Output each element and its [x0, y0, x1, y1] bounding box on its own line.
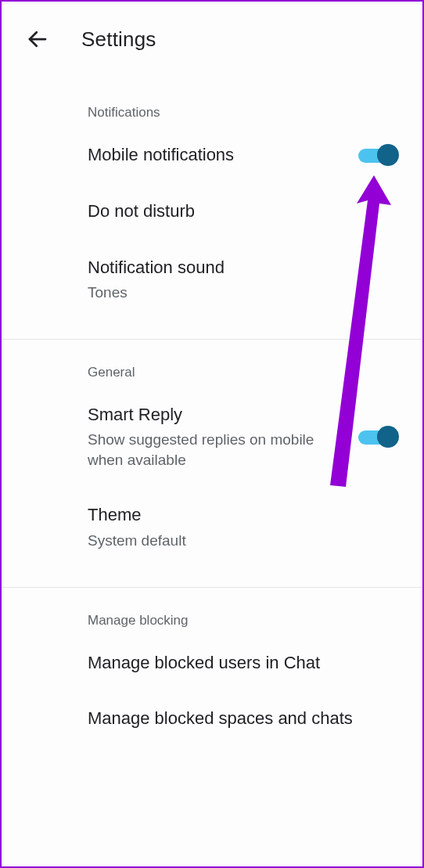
row-do-not-disturb[interactable]: Do not disturb: [2, 183, 422, 240]
row-sub-smart-reply: Show suggested replies on mobile when av…: [88, 430, 322, 470]
row-mobile-notifications[interactable]: Mobile notifications: [2, 127, 422, 183]
back-button[interactable]: [22, 23, 53, 55]
toggle-mobile-notifications[interactable]: [358, 144, 396, 166]
section-notifications: Notifications Mobile notifications Do no…: [2, 67, 422, 340]
row-title-blocked-spaces: Manage blocked spaces and chats: [88, 708, 353, 729]
row-notification-sound[interactable]: Notification sound Tones: [2, 240, 422, 320]
section-general: General Smart Reply Show suggested repli…: [2, 340, 422, 588]
row-title-notification-sound: Notification sound: [88, 257, 225, 279]
section-header-notifications: Notifications: [2, 67, 422, 127]
row-title-do-not-disturb: Do not disturb: [88, 200, 195, 222]
row-title-smart-reply: Smart Reply: [88, 404, 322, 426]
row-theme[interactable]: Theme System default: [2, 487, 422, 567]
arrow-back-icon: [26, 27, 49, 51]
toggle-thumb: [377, 426, 399, 448]
row-blocked-spaces[interactable]: Manage blocked spaces and chats: [2, 690, 422, 747]
section-manage-blocking: Manage blocking Manage blocked users in …: [2, 588, 422, 765]
section-header-manage-blocking: Manage blocking: [2, 588, 422, 635]
row-title-mobile-notifications: Mobile notifications: [88, 144, 234, 166]
row-title-blocked-users: Manage blocked users in Chat: [88, 652, 320, 674]
row-title-theme: Theme: [88, 504, 186, 526]
row-blocked-users[interactable]: Manage blocked users in Chat: [2, 635, 422, 691]
page-title: Settings: [81, 27, 156, 52]
row-smart-reply[interactable]: Smart Reply Show suggested replies on mo…: [2, 387, 422, 488]
toggle-thumb: [377, 144, 399, 166]
row-sub-theme: System default: [88, 531, 186, 551]
app-header: Settings: [2, 2, 422, 67]
section-header-general: General: [2, 340, 422, 387]
toggle-smart-reply[interactable]: [358, 426, 396, 448]
row-sub-notification-sound: Tones: [88, 283, 225, 303]
